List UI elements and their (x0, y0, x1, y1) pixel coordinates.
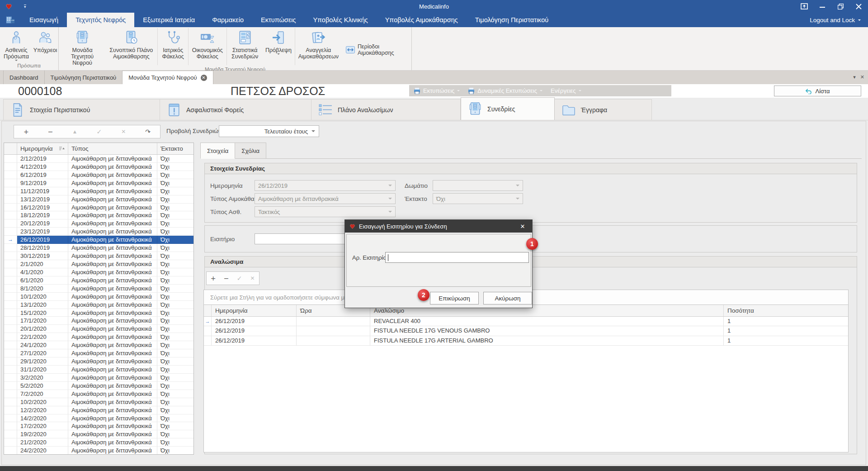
redo-button[interactable]: ↷ (139, 128, 157, 135)
accept-button[interactable]: ✓ (90, 128, 108, 135)
kidney-unit-button[interactable]: Μονάδα Τεχνητού Νεφρού (59, 27, 105, 66)
tab-consumables-plan[interactable]: Πλάνο Αναλωσίμων (311, 99, 461, 120)
session-row[interactable]: 16/12/2019 Αιμοκάθαρση με διττανθρακικά … (4, 204, 193, 212)
session-statistics-button[interactable]: Στατιστικά Συνεδριών (227, 27, 263, 66)
ticket-number-input[interactable] (385, 252, 529, 263)
extra-field[interactable]: Όχι (433, 193, 523, 204)
tab-list-chevron-icon[interactable]: ▾ (853, 74, 856, 80)
session-row[interactable]: 6/12/2019 Αιμοκάθαρση με διττανθρακικά Ό… (4, 171, 193, 179)
session-row[interactable]: 4/1/2020 Αιμοκάθαρση με διττανθρακικά Όχ… (4, 268, 193, 276)
session-row[interactable]: 2/12/2019 Αιμοκάθαρση με διττανθρακικά Ό… (4, 155, 193, 163)
session-row[interactable]: 10/2/2020 Αιμοκάθαρση με διττανθρακικά Ό… (4, 398, 193, 406)
list-button[interactable]: Λίστα (774, 86, 861, 96)
consumable-row[interactable]: 26/12/2019 REVACLEAR 400 1 (204, 317, 848, 326)
consumable-row[interactable]: 26/12/2019 FISTULA NEEDLE 17G VENOUS GAM… (204, 326, 848, 336)
session-row[interactable]: 17/1/2020 Αιμοκάθαρση με διττανθρακικά Ό… (4, 317, 193, 325)
logout-and-lock-button[interactable]: Logout and Lock (802, 13, 868, 27)
medical-file-button[interactable]: Ιατρικός Φάκελος (158, 27, 188, 66)
close-icon[interactable]: ✕ (518, 223, 528, 230)
session-row[interactable]: 30/12/2019 Αιμοκάθαρση με διττανθρακικά … (4, 252, 193, 260)
financial-file-button[interactable]: Οικονομικός Φάκελος (189, 27, 226, 66)
tab-documents[interactable]: Έγγραφα (555, 99, 652, 120)
patients-persons-button[interactable]: Ασθενείς Πρόσωπα (0, 27, 33, 62)
session-row[interactable]: 13/1/2020 Αιμοκάθαρση με διττανθρακικά Ό… (4, 301, 193, 309)
restore-button[interactable] (834, 1, 847, 12)
cancel-button[interactable]: Ακύρωση (483, 292, 532, 304)
dialysis-type-field[interactable]: Αιμοκάθαρση με διττανθρακικά (255, 193, 396, 204)
column-header-date[interactable]: Ημερομηνία (212, 305, 297, 316)
remove-button[interactable]: − (42, 128, 60, 135)
accept-button[interactable]: ✓ (234, 275, 245, 282)
tab-comments[interactable]: Σχόλια (235, 143, 266, 159)
display-settings-icon[interactable] (797, 1, 811, 12)
tab-insurance-providers[interactable]: Ασφαλιστικοί Φορείς (160, 99, 311, 120)
column-header-quantity[interactable]: Ποσότητα (724, 305, 848, 316)
menu-item[interactable]: Τεχνητός Νεφρός (67, 13, 134, 27)
obligors-button[interactable]: Υπόχρεοι (33, 27, 58, 62)
menu-item[interactable]: Φαρμακείο (203, 13, 252, 27)
session-row[interactable]: 20/12/2019 Αιμοκάθαρση με διττανθρακικά … (4, 219, 193, 228)
menu-item[interactable]: Υποβολές Αιμοκάθαρσης (377, 13, 467, 27)
session-row[interactable]: 27/1/2020 Αιμοκάθαρση με διττανθρακικά Ό… (4, 349, 193, 357)
session-row[interactable]: 18/12/2019 Αιμοκάθαρση με διττανθρακικά … (4, 211, 193, 219)
session-row[interactable]: 2/1/2020 Αιμοκάθαρση με διττανθρακικά Όχ… (4, 260, 193, 268)
tab-dashboard[interactable]: Dashboard (3, 71, 45, 84)
column-header-type[interactable]: Τύπος (68, 143, 157, 154)
session-row[interactable]: 24/2/2020 Αιμοκάθαρση με διττανθρακικά Ό… (4, 447, 193, 455)
tab-details[interactable]: Στοιχεία (200, 143, 235, 159)
tab-billing[interactable]: Τιμολόγηση Περιστατικού (45, 71, 123, 84)
session-row[interactable]: 19/2/2020 Αιμοκάθαρση με διττανθρακικά Ό… (4, 430, 193, 438)
session-row[interactable]: 10/1/2020 Αιμοκάθαρση με διττανθρακικά Ό… (4, 293, 193, 301)
session-row[interactable]: 20/1/2020 Αιμοκάθαρση με διττανθρακικά Ό… (4, 325, 193, 333)
room-field[interactable] (433, 180, 523, 191)
menu-item[interactable]: Υποβολές Κλινικής (304, 13, 376, 27)
session-row[interactable]: 4/12/2019 Αιμοκάθαρση με διττανθρακικά Ό… (4, 163, 193, 171)
column-header-extra[interactable]: Έκτακτο (157, 143, 193, 154)
cancel-button[interactable]: ✕ (114, 128, 132, 135)
menu-item[interactable]: Εισαγωγή (21, 13, 67, 27)
cancel-button[interactable]: ✕ (247, 275, 259, 281)
actions-menu-button[interactable]: Ενέργειες (551, 87, 581, 94)
session-row[interactable]: 22/1/2020 Αιμοκάθαρση με διττανθρακικά Ό… (4, 333, 193, 341)
session-row[interactable]: 3/2/2020 Αιμοκάθαρση με διττανθρακικά Όχ… (4, 374, 193, 382)
session-row[interactable]: 15/1/2020 Αιμοκάθαρση με διττανθρακικά Ό… (4, 309, 193, 317)
session-row[interactable]: 31/1/2020 Αιμοκάθαρση με διττανθρακικά Ό… (4, 366, 193, 374)
print-menu-button[interactable]: Εκτυπώσεις (414, 87, 460, 94)
tab-kidney-unit[interactable]: Μονάδα Τεχνητού Νεφρού ✕ (123, 71, 213, 84)
add-button[interactable]: + (208, 275, 219, 282)
application-button-icon[interactable] (0, 13, 21, 27)
session-row[interactable]: 28/12/2019 Αιμοκάθαρση με διττανθρακικά … (4, 244, 193, 252)
dialysis-periods-button[interactable]: Περίοδοι Αιμοκάθαρσης (341, 42, 411, 58)
patient-type-field[interactable]: Τακτικός (255, 206, 396, 217)
dialysis-announcement-button[interactable]: Αναγγελία Αιμοκαθάρσεων (296, 27, 341, 66)
close-button[interactable] (852, 1, 865, 12)
forecast-button[interactable]: Πρόβλεψη (263, 27, 294, 66)
close-tab-icon[interactable]: ✕ (201, 75, 207, 81)
move-up-button[interactable]: ▲ (66, 129, 84, 134)
consumable-row[interactable]: 26/12/2019 FISTULA NEEDLE 17G ARTERIAL G… (204, 336, 848, 346)
add-button[interactable]: + (17, 128, 35, 135)
column-header-date[interactable]: Ημερομηνία (17, 143, 68, 154)
summary-plan-button[interactable]: Συνοπτικό Πλάνο Αιμοκάθαρσης (105, 27, 157, 66)
session-row[interactable]: 24/1/2020 Αιμοκάθαρση με διττανθρακικά Ό… (4, 341, 193, 349)
session-row[interactable]: 13/12/2019 Αιμοκάθαρση με διττανθρακικά … (4, 195, 193, 204)
session-row[interactable]: 11/12/2019 Αιμοκάθαρση με διττανθρακικά … (4, 187, 193, 195)
tab-sessions[interactable]: Συνεδρίες (461, 97, 555, 120)
session-row[interactable]: 26/12/2019 Αιμοκάθαρση με διττανθρακικά … (4, 236, 193, 244)
confirm-button[interactable]: Επικύρωση (430, 292, 479, 304)
session-row[interactable]: 6/1/2020 Αιμοκάθαρση με διττανθρακικά Όχ… (4, 276, 193, 285)
dynamic-print-menu-button[interactable]: Δυναμικές Εκτυπώσεις (468, 87, 542, 94)
session-row[interactable]: 12/2/2020 Αιμοκάθαρση με διττανθρακικά Ό… (4, 406, 193, 414)
session-row[interactable]: 8/1/2020 Αιμοκάθαρση με διττανθρακικά Όχ… (4, 285, 193, 293)
tab-close-icon[interactable]: ✕ (860, 74, 864, 80)
remove-button[interactable]: − (221, 275, 232, 282)
menu-item[interactable]: Τιμολόγηση Περιστατικού (467, 13, 557, 27)
session-row[interactable]: 17/2/2020 Αιμοκάθαρση με διττανθρακικά Ό… (4, 422, 193, 430)
sessions-view-dropdown[interactable]: Τελευταίου έτους (219, 125, 319, 137)
menu-item[interactable]: Εξωτερικά Ιατρεία (134, 13, 203, 27)
session-row[interactable]: 7/2/2020 Αιμοκάθαρση με διττανθρακικά Όχ… (4, 390, 193, 398)
session-row[interactable]: 9/12/2019 Αιμοκάθαρση με διττανθρακικά Ό… (4, 179, 193, 187)
tab-incident-details[interactable]: Στοιχεία Περιστατικού (3, 99, 160, 120)
session-row[interactable]: 5/2/2020 Αιμοκάθαρση με διττανθρακικά Όχ… (4, 382, 193, 390)
minimize-button[interactable] (816, 1, 829, 12)
